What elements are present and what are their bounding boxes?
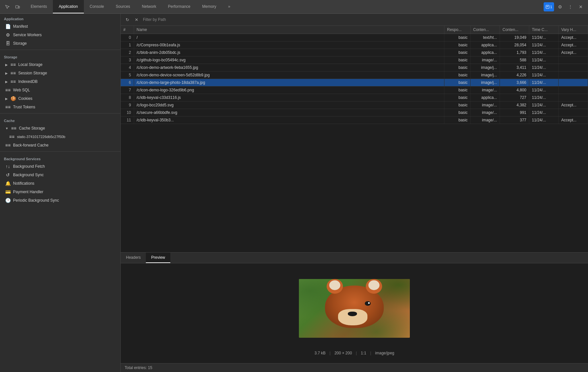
panda-nose <box>348 312 357 316</box>
device-toggle-button[interactable] <box>13 2 22 11</box>
sidebar-item-storage[interactable]: 🗄 Storage <box>0 39 120 48</box>
cell-time: 11/24/... <box>529 116 559 124</box>
more-options-button[interactable]: ⋮ <box>566 2 575 11</box>
col-header-num: # <box>121 26 134 34</box>
tab-headers[interactable]: Headers <box>121 253 146 263</box>
sidebar-item-indexeddb[interactable]: ▶ ≡≡ IndexedDB <box>0 77 120 86</box>
sidebar-item-cache-entry[interactable]: ≡≡ static-3741017226db5c27f50b <box>0 132 120 141</box>
divider-1 <box>0 50 120 50</box>
refresh-button[interactable]: ↻ <box>123 16 131 23</box>
sidebar-item-cookies[interactable]: ▶ 🍪 Cookies <box>0 94 120 103</box>
divider-2 <box>0 113 120 114</box>
cell-cont2: 1,793 <box>500 49 529 56</box>
sidebar-item-web-sql[interactable]: ≡≡ Web SQL <box>0 86 120 94</box>
sidebar-item-session-storage[interactable]: ▶ ≡≡ Session Storage <box>0 69 120 77</box>
filter-bar: ↻ ✕ <box>121 14 588 26</box>
cell-num: 4 <box>121 64 134 71</box>
table-row[interactable]: 5 /c/icon-demo-device-screen-5d52d8b9.jp… <box>121 71 588 79</box>
toolbar: Elements Application Console Sources Net… <box>0 0 588 14</box>
settings-button[interactable]: ⚙ <box>555 2 565 11</box>
sidebar-item-manifest[interactable]: 📄 Manifest <box>0 22 120 31</box>
sidebar-item-local-storage[interactable]: ▶ ≡≡ Local Storage <box>0 60 120 69</box>
toolbar-tabs: Elements Application Console Sources Net… <box>25 0 544 13</box>
image-info: 3.7 kB | 200 × 200 | 1:1 | image/jpeg <box>315 348 395 358</box>
sidebar-item-trust-tokens[interactable]: ≡≡ Trust Tokens <box>0 103 120 111</box>
svg-rect-0 <box>16 6 18 8</box>
cell-cont1: image/... <box>471 101 500 109</box>
col-header-vary: Vary H... <box>559 26 588 34</box>
cell-cont1: applica... <box>471 94 500 101</box>
cell-time: 11/24/... <box>529 41 559 49</box>
cell-cont1: image/... <box>471 86 500 94</box>
cell-num: 9 <box>121 101 134 109</box>
cell-cont2: 4,382 <box>500 101 529 109</box>
clear-button[interactable]: ✕ <box>132 16 140 23</box>
cell-name: /c/blob-anim-2db05bdc.js <box>134 49 444 56</box>
cell-resp: basic <box>444 86 471 94</box>
cache-storage-icon: ≡≡ <box>11 126 16 131</box>
sidebar-item-notifications[interactable]: 🔔 Notifications <box>0 179 120 188</box>
cell-cont2: 3,411 <box>500 64 529 71</box>
table-container[interactable]: # Name Respo... Conten... Conten... Time… <box>121 26 588 252</box>
tab-network[interactable]: Network <box>136 0 162 13</box>
sidebar-item-service-workers[interactable]: ⚙ Service Workers <box>0 31 120 39</box>
table-row[interactable]: 11 /c/idb-keyval-350b3... basic image/..… <box>121 116 588 124</box>
cell-cont2: 3,666 <box>500 79 529 86</box>
console-badge-button[interactable]: 1 <box>544 2 554 11</box>
local-storage-icon: ≡≡ <box>10 62 16 67</box>
cell-cont1: text/ht... <box>471 34 500 41</box>
preview-image <box>299 279 410 338</box>
cell-name: / <box>134 34 444 41</box>
table-row[interactable]: 10 /c/secure-a66bbdfe.svg basic image/..… <box>121 109 588 116</box>
filter-input[interactable] <box>142 17 585 23</box>
tab-preview[interactable]: Preview <box>146 253 170 263</box>
table-row[interactable]: 1 /c/Compress-00b1eafa.js basic applica.… <box>121 41 588 49</box>
table-row[interactable]: 6 /c/icon-demo-large-photo-18da387a.jpg … <box>121 79 588 86</box>
background-sync-icon: ↺ <box>5 172 10 178</box>
service-workers-icon: ⚙ <box>5 32 10 38</box>
cell-cont1: image/... <box>471 109 500 116</box>
close-button[interactable]: ✕ <box>576 2 585 11</box>
tab-elements[interactable]: Elements <box>25 0 53 13</box>
table-row[interactable]: 9 /c/logo-bcc20dd5.svg basic image/... 4… <box>121 101 588 109</box>
tab-application[interactable]: Application <box>53 0 84 13</box>
cell-resp: basic <box>444 71 471 79</box>
cell-resp: basic <box>444 34 471 41</box>
table-row[interactable]: 3 /c/github-logo-bc05494c.svg basic imag… <box>121 56 588 64</box>
panda-ear-left <box>327 279 343 294</box>
cell-resp: basic <box>444 116 471 124</box>
cache-entry-icon: ≡≡ <box>9 134 14 139</box>
session-storage-icon: ≡≡ <box>10 70 16 76</box>
select-element-button[interactable] <box>3 2 12 11</box>
sidebar-item-cache-storage[interactable]: ▼ ≡≡ Cache Storage <box>0 124 120 132</box>
cell-num: 1 <box>121 41 134 49</box>
cell-num: 0 <box>121 34 134 41</box>
cell-resp: basic <box>444 79 471 86</box>
tab-console[interactable]: Console <box>84 0 110 13</box>
arrow-cookies: ▶ <box>5 97 8 101</box>
sidebar-item-periodic-background-sync[interactable]: 🕐 Periodic Background Sync <box>0 196 120 205</box>
table-row[interactable]: 2 /c/blob-anim-2db05bdc.js basic applica… <box>121 49 588 56</box>
cell-cont1: image/... <box>471 116 500 124</box>
table-row[interactable]: 0 / basic text/ht... 19,049 11/24/... Ac… <box>121 34 588 41</box>
sidebar-item-background-fetch[interactable]: ↑↓ Background Fetch <box>0 162 120 171</box>
cell-cont2: 991 <box>500 109 529 116</box>
sidebar-item-back-forward-cache[interactable]: ≡≡ Back-forward Cache <box>0 141 120 149</box>
table-row[interactable]: 8 /c/idb-keyval-c33d3116.js basic applic… <box>121 94 588 101</box>
tab-sources[interactable]: Sources <box>110 0 136 13</box>
cell-vary <box>559 64 588 71</box>
cell-cont1: applica... <box>471 49 500 56</box>
cell-name: /c/idb-keyval-350b3... <box>134 116 444 124</box>
cell-time: 11/24/... <box>529 101 559 109</box>
sidebar-item-payment-handler[interactable]: 💳 Payment Handler <box>0 188 120 196</box>
table-row[interactable]: 7 /c/icon-demo-logo-326ed9b6.png basic i… <box>121 86 588 94</box>
cell-resp: basic <box>444 49 471 56</box>
cell-cont1: image/j... <box>471 64 500 71</box>
table-row[interactable]: 4 /c/icon-demo-artwork-9eba1655.jpg basi… <box>121 64 588 71</box>
cell-name: /c/icon-demo-artwork-9eba1655.jpg <box>134 64 444 71</box>
tab-more[interactable]: » <box>222 0 236 13</box>
divider-3 <box>0 151 120 152</box>
tab-performance[interactable]: Performance <box>162 0 196 13</box>
sidebar-item-background-sync[interactable]: ↺ Background Sync <box>0 171 120 179</box>
tab-memory[interactable]: Memory <box>196 0 222 13</box>
